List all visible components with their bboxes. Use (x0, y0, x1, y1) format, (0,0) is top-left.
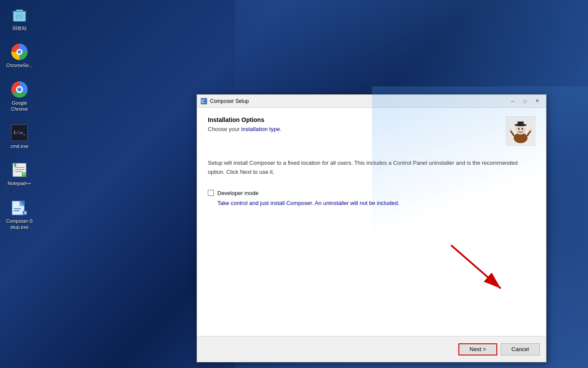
desktop: 回收站 ChromeSe... Google Chrome (0, 0, 588, 368)
composer-setup-dialog: C Composer Setup ─ □ ✕ Installation Opti… (197, 94, 547, 362)
minimize-button[interactable]: ─ (507, 97, 518, 106)
dialog-title-text: Composer Setup (210, 98, 507, 104)
dialog-description: Setup will install Composer to a fixed l… (208, 159, 535, 177)
maximize-button[interactable]: □ (519, 97, 531, 106)
cmd-icon-desktop[interactable]: C:\>_ cmd.exe (4, 122, 35, 151)
dialog-main-title: Installation Options (208, 116, 506, 123)
svg-rect-16 (14, 208, 21, 209)
recycle-bin-icon[interactable]: 回收站 (4, 4, 35, 33)
svg-line-34 (451, 245, 501, 288)
developer-mode-label: Developer mode (217, 190, 258, 196)
dialog-title-section: Installation Options Choose your install… (208, 116, 506, 132)
cmd-label: cmd.exe (10, 143, 29, 149)
svg-text:C: C (201, 99, 204, 104)
developer-mode-checkbox[interactable] (208, 190, 214, 196)
svg-rect-7 (14, 163, 16, 167)
dialog-footer: Next > Cancel (197, 336, 546, 362)
chrome-setup-icon-desktop[interactable]: ChromeSe... (4, 42, 35, 70)
developer-mode-desc: Take control and just install Composer. … (217, 200, 535, 206)
dialog-subtitle: Choose your installation type. (208, 126, 506, 132)
next-button-container: Next > (458, 343, 497, 355)
svg-rect-17 (14, 210, 19, 211)
google-chrome-label: Google Chrome (6, 100, 33, 112)
svg-point-28 (521, 128, 523, 130)
notepadpp-icon-desktop[interactable]: + Notepad++ (4, 160, 35, 188)
svg-text:+: + (23, 173, 25, 177)
notepadpp-label: Notepad++ (8, 180, 31, 186)
composer-setup-exe-label: Composer-S etup.exe (6, 218, 33, 230)
subtitle-highlight: installation type (241, 126, 280, 132)
svg-point-27 (518, 128, 520, 130)
developer-mode-section: Developer mode Take control and just ins… (208, 190, 535, 206)
dialog-icon: C (200, 98, 207, 105)
next-button[interactable]: Next > (458, 343, 497, 355)
google-chrome-icon-desktop[interactable]: Google Chrome (4, 79, 35, 114)
close-button[interactable]: ✕ (531, 97, 543, 106)
svg-text:⚙: ⚙ (24, 211, 27, 215)
title-bar-controls: ─ □ ✕ (507, 97, 543, 106)
composer-logo (506, 116, 535, 146)
chrome-setup-label: ChromeSe... (6, 62, 33, 68)
cancel-button[interactable]: Cancel (501, 343, 540, 355)
dialog-title-bar[interactable]: C Composer Setup ─ □ ✕ (197, 95, 546, 108)
composer-setup-exe-icon[interactable]: ⚙ Composer-S etup.exe (4, 197, 35, 232)
subtitle-post: . (280, 126, 282, 132)
dialog-header: Installation Options Choose your install… (208, 116, 535, 146)
subtitle-pre: Choose your (208, 126, 241, 132)
svg-point-31 (509, 128, 512, 131)
svg-rect-26 (518, 122, 524, 125)
recycle-bin-label: 回收站 (13, 25, 27, 31)
developer-mode-row: Developer mode (208, 190, 535, 196)
dialog-content: Installation Options Choose your install… (197, 108, 546, 336)
desktop-icons: 回收站 ChromeSe... Google Chrome (4, 4, 35, 232)
arrow-annotation (434, 237, 520, 301)
svg-point-32 (530, 128, 532, 131)
